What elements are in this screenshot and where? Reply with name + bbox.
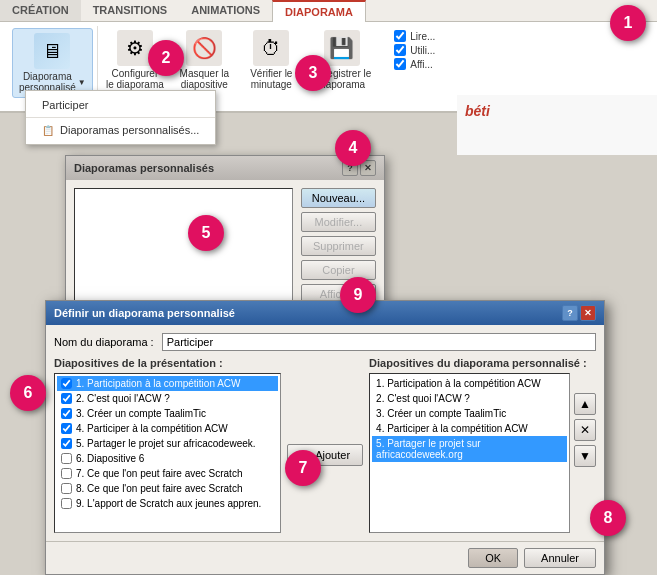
name-label: Nom du diaporama :: [54, 336, 154, 348]
custom-slide-text: 2. C'est quoi l'ACW ?: [376, 393, 470, 404]
custom-slide-text: 5. Partager le projet sur africacodeweek…: [376, 438, 563, 460]
slide-text: 3. Créer un compte TaalimTic: [76, 408, 206, 419]
check-lire-label: Lire...: [410, 31, 435, 42]
masquer-icon: 🚫: [186, 30, 222, 66]
slides-area: Diapositives de la présentation : 1. Par…: [54, 357, 596, 533]
dialog-define: Définir un diaporama personnalisé ? ✕ No…: [45, 300, 605, 575]
dialog-custom-title: Diaporamas personnalisés: [74, 162, 214, 174]
delete-button[interactable]: ✕: [574, 419, 596, 441]
presentation-slide-item[interactable]: 3. Créer un compte TaalimTic: [57, 406, 278, 421]
check-utili-label: Utili...: [410, 45, 435, 56]
presentation-slide-item[interactable]: 4. Participer à la compétition ACW: [57, 421, 278, 436]
configurer-label: Configurer le diaporama: [106, 68, 164, 90]
presentation-slide-item[interactable]: 9. L'apport de Scratch aux jeunes appren…: [57, 496, 278, 511]
btn-supprimer[interactable]: Supprimer: [301, 236, 376, 256]
dropdown-participer[interactable]: Participer: [26, 95, 215, 115]
dialog-custom-titlebar: Diaporamas personnalisés ? ✕: [66, 156, 384, 180]
btn-annuler[interactable]: Annuler: [524, 548, 596, 568]
dialog-custom-close[interactable]: ✕: [360, 160, 376, 176]
presentation-listbox[interactable]: 1. Participation à la compétition ACW2. …: [54, 373, 281, 533]
slide-checkbox[interactable]: [61, 393, 72, 404]
slide-checkbox[interactable]: [61, 438, 72, 449]
check-affi-label: Affi...: [410, 59, 433, 70]
slide-checkbox[interactable]: [61, 423, 72, 434]
move-down-button[interactable]: ▼: [574, 445, 596, 467]
ribbon-tabs: CRÉATION TRANSITIONS ANIMATIONS DIAPORAM…: [0, 0, 657, 22]
dropdown-diaporamas[interactable]: 📋 Diaporamas personnalisés...: [26, 120, 215, 140]
slide-text: 4. Participer à la compétition ACW: [76, 423, 228, 434]
diaporama-dropdown: Participer 📋 Diaporamas personnalisés...: [25, 90, 216, 145]
verifier-button[interactable]: ⏱ Vérifier le minutage: [239, 26, 304, 94]
presentation-slide-item[interactable]: 5. Partager le projet sur africacodeweek…: [57, 436, 278, 451]
dropdown-diaporamas-label: Diaporamas personnalisés...: [60, 124, 199, 136]
custom-label: Diapositives du diaporama personnalisé :: [369, 357, 596, 369]
custom-slide-item[interactable]: 3. Créer un compte TaalimTic: [372, 406, 567, 421]
custom-list-container: 1. Participation à la compétition ACW2. …: [369, 373, 596, 533]
slide-checkbox[interactable]: [61, 378, 72, 389]
dialog-define-help[interactable]: ?: [562, 305, 578, 321]
slide-text: 7. Ce que l'on peut faire avec Scratch: [76, 468, 242, 479]
slide-checkbox[interactable]: [61, 483, 72, 494]
presentation-label: Diapositives de la présentation :: [54, 357, 281, 369]
check-lire-input[interactable]: [394, 30, 406, 42]
check-utili[interactable]: Utili...: [394, 44, 435, 56]
add-button[interactable]: >> Ajouter: [287, 444, 363, 466]
custom-slide-item[interactable]: 5. Partager le projet sur africacodeweek…: [372, 436, 567, 462]
check-affi[interactable]: Affi...: [394, 58, 435, 70]
check-affi-input[interactable]: [394, 58, 406, 70]
dialog-define-close[interactable]: ✕: [580, 305, 596, 321]
circle-6: 6: [10, 375, 46, 411]
dropdown-separator: [26, 117, 215, 118]
masquer-label: Masquer la diapositive: [180, 68, 229, 90]
tab-diaporama[interactable]: DIAPORAMA: [272, 0, 366, 22]
tab-creation[interactable]: CRÉATION: [0, 0, 81, 21]
dialog-define-controls: ? ✕: [562, 305, 596, 321]
dialog-custom-listbox[interactable]: [74, 188, 293, 304]
presentation-column: Diapositives de la présentation : 1. Par…: [54, 357, 281, 533]
btn-nouveau[interactable]: Nouveau...: [301, 188, 376, 208]
enregistrer-button[interactable]: 💾 Enregistrer le diaporama: [306, 26, 377, 94]
diaporama-icon: 🖥: [34, 33, 70, 69]
check-lire[interactable]: Lire...: [394, 30, 435, 42]
custom-slide-text: 1. Participation à la compétition ACW: [376, 378, 541, 389]
dialog-define-titlebar: Définir un diaporama personnalisé ? ✕: [46, 301, 604, 325]
slide-text: 9. L'apport de Scratch aux jeunes appren…: [76, 498, 261, 509]
check-utili-input[interactable]: [394, 44, 406, 56]
tab-animations[interactable]: ANIMATIONS: [179, 0, 272, 21]
dropdown-arrow-icon: ▼: [78, 78, 86, 87]
add-button-container: >> Ajouter: [287, 357, 363, 533]
diaporamas-icon: 📋: [42, 125, 54, 136]
enregistrer-icon: 💾: [324, 30, 360, 66]
masquer-button[interactable]: 🚫 Masquer la diapositive: [172, 26, 237, 94]
slide-checkbox[interactable]: [61, 453, 72, 464]
btn-copier[interactable]: Copier: [301, 260, 376, 280]
slide-text: 6. Diapositive 6: [76, 453, 144, 464]
slide-text: 8. Ce que l'on peut faire avec Scratch: [76, 483, 242, 494]
configurer-button[interactable]: ⚙ Configurer le diaporama: [100, 26, 170, 94]
presentation-slide-item[interactable]: 1. Participation à la compétition ACW: [57, 376, 278, 391]
custom-slide-item[interactable]: 1. Participation à la compétition ACW: [372, 376, 567, 391]
presentation-slide-item[interactable]: 7. Ce que l'on peut faire avec Scratch: [57, 466, 278, 481]
presentation-slide-item[interactable]: 8. Ce que l'on peut faire avec Scratch: [57, 481, 278, 496]
custom-slide-text: 4. Participer à la compétition ACW: [376, 423, 528, 434]
presentation-slide-item[interactable]: 2. C'est quoi l'ACW ?: [57, 391, 278, 406]
dialog-custom-body: Nouveau... Modifier... Supprimer Copier …: [66, 180, 384, 312]
slide-checkbox[interactable]: [61, 468, 72, 479]
custom-slide-item[interactable]: 4. Participer à la compétition ACW: [372, 421, 567, 436]
move-up-button[interactable]: ▲: [574, 393, 596, 415]
dialog-custom-help[interactable]: ?: [342, 160, 358, 176]
tab-transitions[interactable]: TRANSITIONS: [81, 0, 180, 21]
dialog-define-body: Nom du diaporama : Diapositives de la pr…: [46, 325, 604, 541]
name-input[interactable]: [162, 333, 596, 351]
configurer-icon: ⚙: [117, 30, 153, 66]
btn-ok[interactable]: OK: [468, 548, 518, 568]
custom-slide-item[interactable]: 2. C'est quoi l'ACW ?: [372, 391, 567, 406]
enregistrer-label: Enregistrer le diaporama: [312, 68, 371, 90]
slide-checkbox[interactable]: [61, 408, 72, 419]
btn-modifier[interactable]: Modifier...: [301, 212, 376, 232]
presentation-slide-item[interactable]: 6. Diapositive 6: [57, 451, 278, 466]
slide-checkbox[interactable]: [61, 498, 72, 509]
verifier-label: Vérifier le minutage: [250, 68, 292, 90]
custom-listbox[interactable]: 1. Participation à la compétition ACW2. …: [369, 373, 570, 533]
diaporama-personnalise-button[interactable]: 🖥 Diaporama personnalisé ▼: [12, 28, 93, 98]
